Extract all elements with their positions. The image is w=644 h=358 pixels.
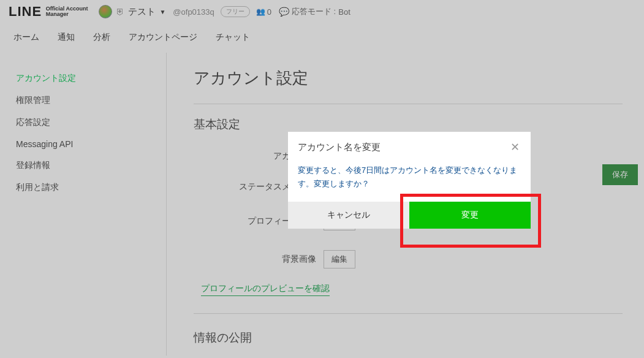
close-icon[interactable]: ✕: [510, 140, 520, 154]
cancel-button[interactable]: キャンセル: [288, 202, 409, 229]
confirm-modal: アカウント名を変更 ✕ 変更すると、今後7日間はアカウント名を変更できなくなりま…: [288, 132, 531, 229]
modal-actions: キャンセル 変更: [288, 202, 531, 229]
modal-title: アカウント名を変更: [298, 142, 381, 153]
change-button[interactable]: 変更: [409, 202, 531, 229]
modal-body: 変更すると、今後7日間はアカウント名を変更できなくなります。変更しますか？: [288, 158, 531, 202]
